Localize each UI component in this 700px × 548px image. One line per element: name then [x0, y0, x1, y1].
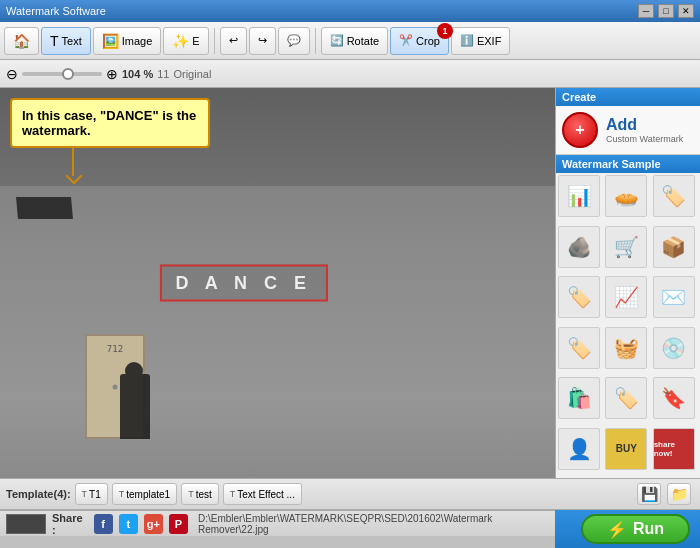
- sample-item[interactable]: 💿: [653, 327, 695, 369]
- crop-badge: 1: [437, 23, 453, 39]
- zoom-in-icon[interactable]: ⊕: [106, 66, 118, 82]
- door-knob: [113, 384, 118, 389]
- redo-button[interactable]: ↪: [249, 27, 276, 55]
- rotate-button[interactable]: 🔄 Rotate: [321, 27, 388, 55]
- sample-item[interactable]: share now!: [653, 428, 695, 470]
- text-button[interactable]: T Text: [41, 27, 91, 55]
- zoom-slider[interactable]: [22, 72, 102, 76]
- folder-button[interactable]: 📁: [667, 483, 691, 505]
- sample-item[interactable]: ✉️: [653, 276, 695, 318]
- sample-item[interactable]: 🪨: [558, 226, 600, 268]
- sample-item[interactable]: 🏷️: [605, 377, 647, 419]
- tooltip-text: In this case, "DANCE" is the watermark.: [22, 108, 196, 138]
- sample-item[interactable]: BUY: [605, 428, 647, 470]
- secondary-toolbar: ⊖ ⊕ 104 % 11 Original: [0, 60, 700, 88]
- sample-item[interactable]: 🧺: [605, 327, 647, 369]
- googleplus-icon: g+: [147, 518, 160, 530]
- separator-1: [214, 28, 215, 54]
- file-path: D:\Embler\Embler\WATERMARK\SEQPR\SED\201…: [198, 513, 549, 535]
- template-tab-label: T1: [89, 489, 101, 500]
- sample-item[interactable]: 🛍️: [558, 377, 600, 419]
- speech-icon: 💬: [287, 34, 301, 47]
- content-area: 712 In this case, "DANCE" is the waterma…: [0, 88, 700, 478]
- zoom-thumb[interactable]: [62, 68, 74, 80]
- template-tab-test[interactable]: T test: [181, 483, 219, 505]
- share-label: Share :: [52, 512, 88, 536]
- minimize-button[interactable]: ─: [638, 4, 654, 18]
- pinterest-icon: P: [175, 518, 182, 530]
- template-tab-label: Text Effect ...: [237, 489, 295, 500]
- zoom-control: ⊖ ⊕ 104 % 11 Original: [6, 66, 211, 82]
- template-tab-t1[interactable]: T T1: [75, 483, 108, 505]
- sample-item[interactable]: 👤: [558, 428, 600, 470]
- save-button[interactable]: 💾: [637, 483, 661, 505]
- run-label: Run: [633, 520, 664, 538]
- exif-button[interactable]: ℹ️ EXIF: [451, 27, 510, 55]
- sample-item[interactable]: 🛒: [605, 226, 647, 268]
- tooltip-arrow: [72, 146, 74, 176]
- sample-item[interactable]: 🏷️: [558, 327, 600, 369]
- template-bar: Template(4): T T1 T template1 T test T T…: [0, 478, 700, 510]
- template-text-icon: T: [230, 489, 236, 499]
- person-head: [125, 362, 143, 380]
- thumbnail: [6, 514, 46, 534]
- image-icon: 🖼️: [102, 33, 119, 49]
- effect-button[interactable]: ✨ E: [163, 27, 208, 55]
- template-tab-texteffect[interactable]: T Text Effect ...: [223, 483, 302, 505]
- add-red-button[interactable]: +: [562, 112, 598, 148]
- template-tab-label: test: [196, 489, 212, 500]
- template-actions: 💾 📁: [637, 483, 694, 505]
- bottom-section: Template(4): T T1 T template1 T test T T…: [0, 478, 700, 548]
- sample-item[interactable]: 🏷️: [558, 276, 600, 318]
- canvas-container[interactable]: 712 In this case, "DANCE" is the waterma…: [0, 88, 555, 478]
- run-icon: ⚡: [607, 520, 627, 539]
- maximize-button[interactable]: □: [658, 4, 674, 18]
- sample-item[interactable]: 🏷️: [653, 175, 695, 217]
- undo-icon: ↩: [229, 34, 238, 47]
- door-number: 712: [107, 344, 123, 354]
- run-button[interactable]: ⚡ Run: [581, 514, 690, 544]
- watermark-sample-grid: 📊 🥧 🏷️ 🪨 🛒 📦 🏷️ 📈 ✉️ 🏷️ 🧺 💿 🛍️ 🏷️ 🔖 👤 BU…: [556, 173, 700, 478]
- window-controls: ─ □ ✕: [638, 4, 694, 18]
- create-section-title: Create: [556, 88, 700, 106]
- exif-label: EXIF: [477, 35, 501, 47]
- main-toolbar: 🏠 T Text 🖼️ Image ✨ E ↩ ↪ 💬 🔄 Rotate: [0, 22, 700, 60]
- original-label: Original: [173, 68, 211, 80]
- right-panel: Create + Add Custom Watermark Watermark …: [555, 88, 700, 478]
- image-button[interactable]: 🖼️ Image: [93, 27, 162, 55]
- sample-item[interactable]: 📊: [558, 175, 600, 217]
- zoom-out-icon[interactable]: ⊖: [6, 66, 18, 82]
- sample-item[interactable]: 🔖: [653, 377, 695, 419]
- pinterest-button[interactable]: P: [169, 514, 188, 534]
- sample-section-title: Watermark Sample: [556, 155, 700, 173]
- tooltip-bubble: In this case, "DANCE" is the watermark.: [10, 98, 210, 148]
- facebook-icon: f: [101, 518, 105, 530]
- template-text-icon: T: [188, 489, 194, 499]
- home-button[interactable]: 🏠: [4, 27, 39, 55]
- rotate-label: Rotate: [347, 35, 379, 47]
- redo-icon: ↪: [258, 34, 267, 47]
- separator-2: [315, 28, 316, 54]
- sample-item[interactable]: 📦: [653, 226, 695, 268]
- undo-button[interactable]: ↩: [220, 27, 247, 55]
- template-text-icon: T: [82, 489, 88, 499]
- template-tab-template1[interactable]: T template1: [112, 483, 177, 505]
- zoom-count: 11: [157, 68, 169, 80]
- text-label: Text: [62, 35, 82, 47]
- facebook-button[interactable]: f: [94, 514, 113, 534]
- googleplus-button[interactable]: g+: [144, 514, 163, 534]
- close-button[interactable]: ✕: [678, 4, 694, 18]
- exif-icon: ℹ️: [460, 34, 474, 47]
- template-tab-label: template1: [126, 489, 170, 500]
- add-watermark-button[interactable]: + Add Custom Watermark: [556, 106, 700, 155]
- add-main-label: Add: [606, 116, 683, 134]
- speech-button[interactable]: 💬: [278, 27, 310, 55]
- zoom-percentage: 104 %: [122, 68, 153, 80]
- twitter-button[interactable]: t: [119, 514, 138, 534]
- crop-icon: ✂️: [399, 34, 413, 47]
- sample-item[interactable]: 📈: [605, 276, 647, 318]
- watermark-overlay[interactable]: D A N C E: [159, 265, 328, 302]
- sample-item[interactable]: 🥧: [605, 175, 647, 217]
- template-bar-label: Template(4):: [6, 488, 71, 500]
- run-area: ⚡ Run: [555, 510, 700, 548]
